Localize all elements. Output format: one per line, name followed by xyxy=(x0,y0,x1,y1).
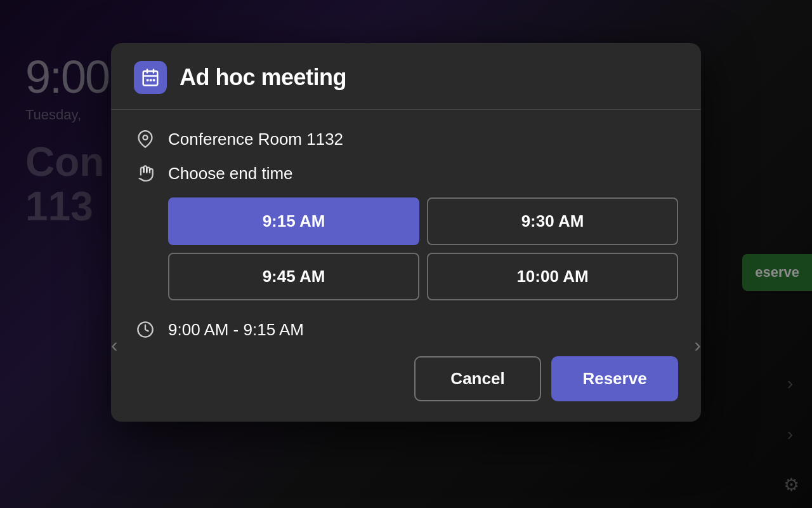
ad-hoc-meeting-dialog: Ad hoc meeting ‹ › Conference Room 1132 xyxy=(111,43,701,422)
dialog-header: Ad hoc meeting xyxy=(111,43,701,110)
clock-icon xyxy=(134,318,157,341)
time-range-text: 9:00 AM - 9:15 AM xyxy=(168,320,304,340)
calendar-svg xyxy=(141,68,160,87)
end-time-row: Choose end time xyxy=(134,162,678,185)
reserve-button[interactable]: Reserve xyxy=(551,356,678,401)
end-time-label: Choose end time xyxy=(168,164,293,184)
touch-icon xyxy=(134,162,157,185)
dialog-title: Ad hoc meeting xyxy=(180,64,346,91)
time-option-1[interactable]: 9:30 AM xyxy=(427,197,678,245)
nav-previous-button[interactable]: ‹ xyxy=(111,328,123,362)
svg-rect-4 xyxy=(147,79,149,82)
time-options-grid: 9:15 AM 9:30 AM 9:45 AM 10:00 AM xyxy=(168,197,678,300)
nav-next-button[interactable]: › xyxy=(689,328,701,362)
location-pin-icon xyxy=(134,128,157,150)
svg-rect-0 xyxy=(143,71,158,86)
svg-point-7 xyxy=(143,135,148,140)
dialog-body: ‹ › Conference Room 1132 xyxy=(111,110,701,422)
cancel-button[interactable]: Cancel xyxy=(414,356,541,401)
time-option-3[interactable]: 10:00 AM xyxy=(427,253,678,300)
location-row: Conference Room 1132 xyxy=(134,128,678,150)
svg-rect-5 xyxy=(150,79,152,82)
calendar-icon xyxy=(134,61,167,94)
action-buttons-row: Cancel Reserve xyxy=(134,344,678,401)
time-option-2[interactable]: 9:45 AM xyxy=(168,253,419,300)
location-text: Conference Room 1132 xyxy=(168,130,343,149)
time-range-row: 9:00 AM - 9:15 AM xyxy=(134,318,678,341)
time-option-0[interactable]: 9:15 AM xyxy=(168,197,419,245)
svg-rect-6 xyxy=(153,79,155,82)
